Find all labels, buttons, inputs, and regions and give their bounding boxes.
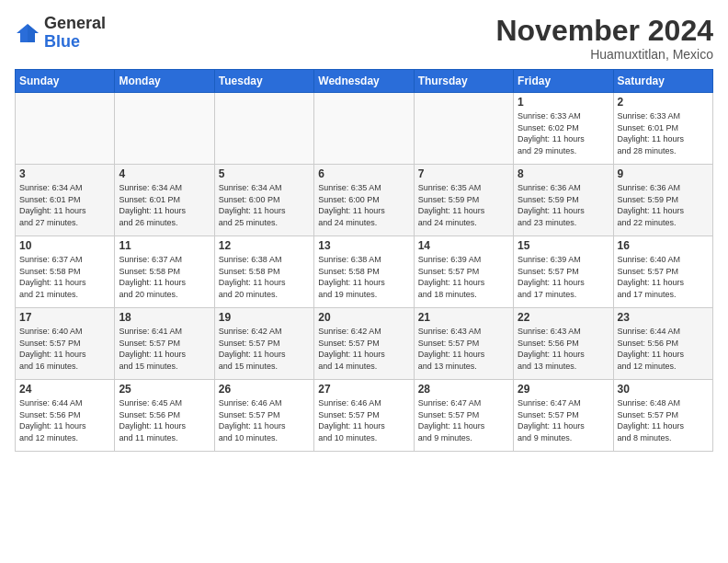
calendar-cell: 16Sunrise: 6:40 AM Sunset: 5:57 PM Dayli… [613, 236, 712, 308]
day-info: Sunrise: 6:48 AM Sunset: 5:57 PM Dayligh… [618, 397, 709, 443]
calendar-cell: 4Sunrise: 6:34 AM Sunset: 6:01 PM Daylig… [115, 165, 214, 236]
day-number: 6 [318, 167, 409, 180]
day-number: 28 [418, 383, 509, 396]
day-info: Sunrise: 6:47 AM Sunset: 5:57 PM Dayligh… [518, 397, 609, 443]
day-info: Sunrise: 6:39 AM Sunset: 5:57 PM Dayligh… [518, 254, 609, 300]
day-number: 16 [618, 239, 709, 252]
day-number: 15 [518, 239, 609, 252]
day-number: 26 [219, 383, 310, 396]
week-row-3: 10Sunrise: 6:37 AM Sunset: 5:58 PM Dayli… [16, 236, 713, 308]
day-info: Sunrise: 6:46 AM Sunset: 5:57 PM Dayligh… [219, 397, 310, 443]
calendar-cell: 9Sunrise: 6:36 AM Sunset: 5:59 PM Daylig… [613, 165, 712, 236]
calendar-cell: 22Sunrise: 6:43 AM Sunset: 5:56 PM Dayli… [514, 308, 613, 380]
day-info: Sunrise: 6:37 AM Sunset: 5:58 PM Dayligh… [19, 254, 110, 300]
calendar-cell: 28Sunrise: 6:47 AM Sunset: 5:57 PM Dayli… [414, 380, 513, 452]
logo-icon [15, 20, 40, 46]
day-number: 27 [318, 383, 409, 396]
day-info: Sunrise: 6:44 AM Sunset: 5:56 PM Dayligh… [19, 397, 110, 443]
logo: General Blue [15, 15, 106, 52]
calendar-cell: 17Sunrise: 6:40 AM Sunset: 5:57 PM Dayli… [16, 308, 115, 380]
calendar-cell: 5Sunrise: 6:34 AM Sunset: 6:00 PM Daylig… [214, 165, 313, 236]
weekday-header-row: SundayMondayTuesdayWednesdayThursdayFrid… [16, 70, 713, 93]
calendar-cell: 2Sunrise: 6:33 AM Sunset: 6:01 PM Daylig… [613, 93, 712, 165]
header: General Blue November 2024 Huamuxtitlan,… [15, 15, 713, 62]
page: General Blue November 2024 Huamuxtitlan,… [0, 0, 728, 459]
weekday-header-sunday: Sunday [16, 70, 115, 93]
calendar-cell: 1Sunrise: 6:33 AM Sunset: 6:02 PM Daylig… [514, 93, 613, 165]
calendar-cell: 6Sunrise: 6:35 AM Sunset: 6:00 PM Daylig… [314, 165, 414, 236]
calendar-cell [314, 93, 414, 165]
calendar-cell [414, 93, 513, 165]
calendar-cell: 7Sunrise: 6:35 AM Sunset: 5:59 PM Daylig… [414, 165, 513, 236]
day-info: Sunrise: 6:34 AM Sunset: 6:00 PM Dayligh… [219, 182, 310, 228]
title-block: November 2024 Huamuxtitlan, Mexico [495, 15, 713, 62]
calendar-cell: 21Sunrise: 6:43 AM Sunset: 5:57 PM Dayli… [414, 308, 513, 380]
day-number: 5 [219, 167, 310, 180]
calendar-cell: 11Sunrise: 6:37 AM Sunset: 5:58 PM Dayli… [115, 236, 214, 308]
calendar-cell: 3Sunrise: 6:34 AM Sunset: 6:01 PM Daylig… [16, 165, 115, 236]
weekday-header-friday: Friday [514, 70, 613, 93]
calendar-cell: 12Sunrise: 6:38 AM Sunset: 5:58 PM Dayli… [214, 236, 313, 308]
calendar-cell: 30Sunrise: 6:48 AM Sunset: 5:57 PM Dayli… [613, 380, 712, 452]
day-info: Sunrise: 6:34 AM Sunset: 6:01 PM Dayligh… [19, 182, 110, 228]
day-number: 30 [618, 383, 709, 396]
weekday-header-tuesday: Tuesday [214, 70, 313, 93]
location: Huamuxtitlan, Mexico [495, 47, 713, 62]
day-number: 12 [219, 239, 310, 252]
weekday-header-saturday: Saturday [613, 70, 712, 93]
week-row-1: 1Sunrise: 6:33 AM Sunset: 6:02 PM Daylig… [16, 93, 713, 165]
calendar-table: SundayMondayTuesdayWednesdayThursdayFrid… [15, 69, 713, 452]
calendar-cell: 25Sunrise: 6:45 AM Sunset: 5:56 PM Dayli… [115, 380, 214, 452]
calendar-cell: 8Sunrise: 6:36 AM Sunset: 5:59 PM Daylig… [514, 165, 613, 236]
day-info: Sunrise: 6:40 AM Sunset: 5:57 PM Dayligh… [618, 254, 709, 300]
day-number: 19 [219, 311, 310, 324]
day-info: Sunrise: 6:37 AM Sunset: 5:58 PM Dayligh… [119, 254, 210, 300]
day-info: Sunrise: 6:45 AM Sunset: 5:56 PM Dayligh… [119, 397, 210, 443]
day-number: 1 [518, 96, 609, 109]
calendar-cell: 26Sunrise: 6:46 AM Sunset: 5:57 PM Dayli… [214, 380, 313, 452]
day-number: 13 [318, 239, 409, 252]
day-info: Sunrise: 6:35 AM Sunset: 5:59 PM Dayligh… [418, 182, 509, 228]
day-info: Sunrise: 6:42 AM Sunset: 5:57 PM Dayligh… [219, 326, 310, 372]
svg-marker-1 [28, 24, 39, 42]
day-info: Sunrise: 6:39 AM Sunset: 5:57 PM Dayligh… [418, 254, 509, 300]
day-info: Sunrise: 6:34 AM Sunset: 6:01 PM Dayligh… [119, 182, 210, 228]
calendar-cell: 29Sunrise: 6:47 AM Sunset: 5:57 PM Dayli… [514, 380, 613, 452]
weekday-header-thursday: Thursday [414, 70, 513, 93]
calendar-cell: 20Sunrise: 6:42 AM Sunset: 5:57 PM Dayli… [314, 308, 414, 380]
logo-general: General [44, 14, 106, 32]
day-number: 9 [618, 167, 709, 180]
month-title: November 2024 [495, 15, 713, 47]
calendar-cell: 18Sunrise: 6:41 AM Sunset: 5:57 PM Dayli… [115, 308, 214, 380]
day-info: Sunrise: 6:36 AM Sunset: 5:59 PM Dayligh… [518, 182, 609, 228]
calendar-cell: 27Sunrise: 6:46 AM Sunset: 5:57 PM Dayli… [314, 380, 414, 452]
calendar-cell [214, 93, 313, 165]
calendar-cell [115, 93, 214, 165]
calendar-cell: 23Sunrise: 6:44 AM Sunset: 5:56 PM Dayli… [613, 308, 712, 380]
day-number: 29 [518, 383, 609, 396]
day-info: Sunrise: 6:38 AM Sunset: 5:58 PM Dayligh… [318, 254, 409, 300]
day-number: 20 [318, 311, 409, 324]
day-number: 21 [418, 311, 509, 324]
day-number: 8 [518, 167, 609, 180]
day-info: Sunrise: 6:46 AM Sunset: 5:57 PM Dayligh… [318, 397, 409, 443]
day-number: 3 [19, 167, 110, 180]
week-row-4: 17Sunrise: 6:40 AM Sunset: 5:57 PM Dayli… [16, 308, 713, 380]
day-info: Sunrise: 6:33 AM Sunset: 6:01 PM Dayligh… [618, 110, 709, 156]
day-info: Sunrise: 6:47 AM Sunset: 5:57 PM Dayligh… [418, 397, 509, 443]
day-info: Sunrise: 6:42 AM Sunset: 5:57 PM Dayligh… [318, 326, 409, 372]
day-info: Sunrise: 6:43 AM Sunset: 5:57 PM Dayligh… [418, 326, 509, 372]
calendar-cell: 15Sunrise: 6:39 AM Sunset: 5:57 PM Dayli… [514, 236, 613, 308]
day-number: 23 [618, 311, 709, 324]
day-number: 25 [119, 383, 210, 396]
day-number: 22 [518, 311, 609, 324]
calendar-cell: 14Sunrise: 6:39 AM Sunset: 5:57 PM Dayli… [414, 236, 513, 308]
calendar-cell: 24Sunrise: 6:44 AM Sunset: 5:56 PM Dayli… [16, 380, 115, 452]
day-info: Sunrise: 6:43 AM Sunset: 5:56 PM Dayligh… [518, 326, 609, 372]
day-info: Sunrise: 6:36 AM Sunset: 5:59 PM Dayligh… [618, 182, 709, 228]
calendar-cell: 19Sunrise: 6:42 AM Sunset: 5:57 PM Dayli… [214, 308, 313, 380]
day-info: Sunrise: 6:41 AM Sunset: 5:57 PM Dayligh… [119, 326, 210, 372]
day-number: 4 [119, 167, 210, 180]
day-info: Sunrise: 6:38 AM Sunset: 5:58 PM Dayligh… [219, 254, 310, 300]
weekday-header-wednesday: Wednesday [314, 70, 414, 93]
